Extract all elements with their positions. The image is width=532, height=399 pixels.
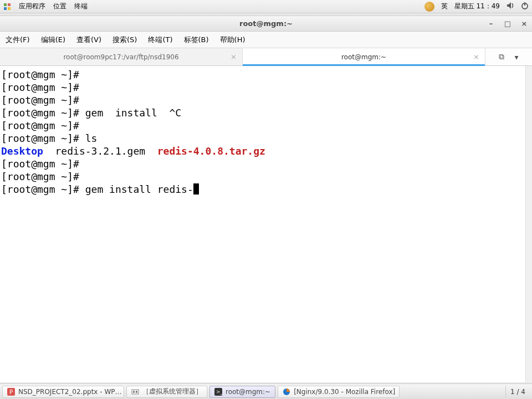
split-terminal-icon[interactable]: ⧉ [499, 52, 504, 62]
system-top-bar: 应用程序 位置 终端 英 星期五 11：49 [0, 0, 532, 13]
taskbar: P NSD_PROJECT2_02.pptx - WP… ［虚拟系统管理器］ >… [0, 383, 532, 399]
tabbar: root@room9pc17:/var/ftp/nsd1906 × root@m… [0, 48, 532, 66]
svg-rect-11 [136, 391, 137, 393]
ime-language[interactable]: 英 [441, 2, 448, 11]
tab-label: root@room9pc17:/var/ftp/nsd1906 [63, 53, 178, 61]
window-titlebar[interactable]: root@mgm:~ – □ × [0, 16, 532, 32]
menu-edit[interactable]: 编辑(E) [39, 34, 68, 46]
window-maximize-button[interactable]: □ [503, 19, 512, 28]
window-close-button[interactable]: × [520, 19, 529, 28]
svg-text:P: P [9, 389, 13, 395]
power-icon[interactable] [521, 2, 529, 11]
tab-close-icon[interactable]: × [231, 53, 237, 61]
vm-manager-icon [131, 388, 139, 396]
menu-terminal[interactable]: 终端(T) [146, 34, 175, 46]
terminal-scrollbar[interactable] [525, 66, 532, 382]
tab-close-icon[interactable]: × [473, 53, 479, 61]
svg-rect-0 [4, 3, 7, 6]
svg-rect-1 [8, 3, 11, 6]
taskbar-item-terminal[interactable]: >_ root@mgm:~ [209, 386, 275, 398]
terminal-window: root@mgm:~ – □ × 文件(F) 编辑(E) 查看(V) 搜索(S)… [0, 16, 532, 382]
terminal-viewport[interactable]: [root@mgm ~]# [root@mgm ~]# [root@mgm ~]… [0, 66, 532, 382]
activities-icon[interactable] [3, 3, 11, 11]
sound-icon[interactable] [507, 2, 514, 11]
menu-applications[interactable]: 应用程序 [19, 2, 45, 11]
taskbar-item-virt-manager[interactable]: ［虚拟系统管理器］ [126, 386, 207, 398]
presentation-icon: P [7, 388, 15, 396]
svg-rect-10 [133, 391, 135, 393]
terminal-line: [root@mgm ~]# [root@mgm ~]# [root@mgm ~]… [1, 69, 265, 195]
menu-terminal-app[interactable]: 终端 [74, 2, 88, 11]
terminal-icon: >_ [214, 388, 222, 396]
menu-tabs[interactable]: 标签(B) [182, 34, 211, 46]
window-title: root@mgm:~ [239, 19, 293, 28]
terminal-cursor [193, 183, 199, 195]
tab-label: root@mgm:~ [341, 53, 386, 61]
clock[interactable]: 星期五 11：49 [454, 2, 500, 11]
menu-view[interactable]: 查看(V) [74, 34, 104, 46]
terminal-tab-1[interactable]: root@mgm:~ × [243, 48, 485, 65]
taskbar-item-wps[interactable]: P NSD_PROJECT2_02.pptx - WP… [2, 386, 124, 398]
menu-places[interactable]: 位置 [53, 2, 66, 11]
terminal-tab-0[interactable]: root@room9pc17:/var/ftp/nsd1906 × [0, 48, 243, 65]
svg-marker-4 [507, 2, 511, 9]
firefox-icon [283, 388, 290, 396]
menu-help[interactable]: 帮助(H) [218, 34, 248, 46]
tab-menu-dropdown-icon[interactable]: ▾ [514, 53, 518, 62]
workspace-indicator[interactable]: 1 / 4 [505, 386, 530, 398]
ime-badge-icon[interactable] [424, 2, 434, 12]
taskbar-label: root@mgm:~ [226, 388, 270, 396]
taskbar-label: NSD_PROJECT2_02.pptx - WP… [18, 388, 122, 396]
taskbar-item-firefox[interactable]: [Nginx/9.0.30 - Mozilla Firefox] [278, 386, 400, 398]
menu-file[interactable]: 文件(F) [3, 34, 32, 46]
menu-search[interactable]: 搜索(S) [110, 34, 139, 46]
svg-rect-3 [8, 7, 11, 10]
taskbar-label: ［虚拟系统管理器］ [142, 387, 202, 396]
svg-rect-9 [132, 390, 139, 394]
taskbar-label: [Nginx/9.0.30 - Mozilla Firefox] [294, 388, 395, 396]
tab-tools: ⧉ ▾ [485, 48, 532, 65]
svg-text:>_: >_ [216, 389, 222, 395]
window-minimize-button[interactable]: – [487, 19, 495, 28]
svg-rect-2 [4, 7, 7, 10]
menubar: 文件(F) 编辑(E) 查看(V) 搜索(S) 终端(T) 标签(B) 帮助(H… [0, 32, 532, 48]
